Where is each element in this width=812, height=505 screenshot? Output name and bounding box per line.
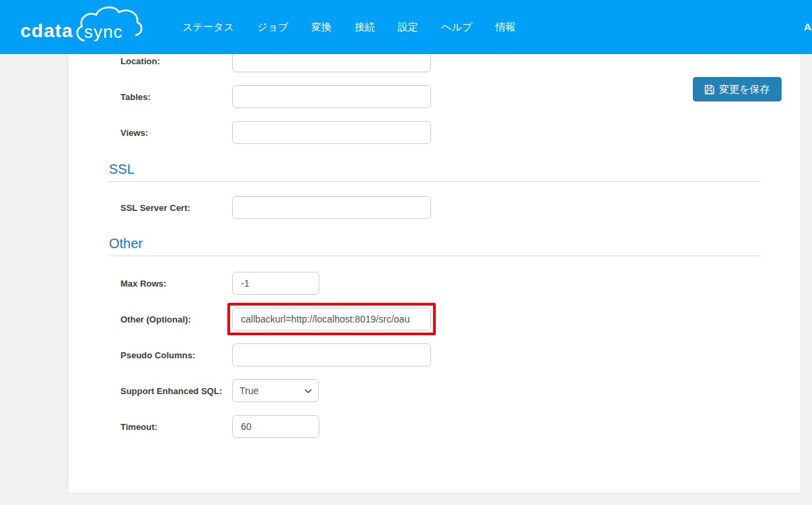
other-section-divider [109, 256, 761, 256]
max-rows-label: Max Rows: [120, 279, 232, 289]
other-optional-label: Other (Optional): [120, 314, 232, 324]
pseudo-columns-input[interactable] [232, 343, 431, 366]
nav-item-settings[interactable]: 設定 [398, 21, 418, 34]
ssl-section-heading: SSL [109, 162, 761, 177]
field-max-rows: Max Rows: [120, 272, 800, 295]
location-label: Location: [120, 56, 232, 66]
red-highlight-annotation [227, 303, 436, 335]
support-enhanced-sql-select[interactable]: True [232, 379, 319, 402]
nav-item-connections[interactable]: 接続 [355, 21, 375, 34]
other-optional-input[interactable] [232, 308, 431, 331]
connection-settings-card: 変更を保存 Location: Tables: Views: SSL SSL S… [68, 47, 801, 494]
tables-input[interactable] [232, 85, 431, 108]
support-enhanced-sql-label: Support Enhanced SQL: [120, 386, 232, 396]
pseudo-columns-label: Pseudo Columns: [120, 350, 232, 360]
floppy-disk-icon [704, 85, 715, 95]
ssl-server-cert-label: SSL Server Cert: [120, 203, 232, 213]
save-changes-button[interactable]: 変更を保存 [693, 77, 782, 101]
views-label: Views: [120, 128, 232, 138]
field-views: Views: [120, 121, 800, 144]
tables-label: Tables: [120, 92, 232, 102]
nav-item-jobs[interactable]: ジョブ [257, 21, 288, 34]
field-other-optional: Other (Optional): [120, 308, 800, 331]
save-changes-label: 変更を保存 [719, 83, 770, 96]
timeout-label: Timeout: [120, 422, 232, 432]
account-menu[interactable]: Al [804, 21, 812, 32]
nav-item-info[interactable]: 情報 [495, 21, 516, 34]
ssl-server-cert-input[interactable] [232, 196, 431, 219]
field-timeout: Timeout: [120, 415, 800, 438]
nav-item-status[interactable]: ステータス [183, 21, 234, 34]
field-ssl-server-cert: SSL Server Cert: [120, 196, 800, 219]
cdata-sync-logo[interactable]: cdata sync [20, 14, 123, 41]
nav-item-help[interactable]: ヘルプ [441, 21, 472, 34]
logo-product-text: sync [84, 22, 122, 42]
nav-item-transformations[interactable]: 変換 [311, 21, 332, 34]
main-navigation: ステータス ジョブ 変換 接続 設定 ヘルプ 情報 [183, 21, 516, 34]
field-pseudo-columns: Pseudo Columns: [120, 343, 800, 366]
views-input[interactable] [232, 121, 431, 144]
logo-brand-text: cdata [20, 22, 73, 41]
field-support-enhanced-sql: Support Enhanced SQL: True [120, 379, 800, 402]
max-rows-input[interactable] [232, 272, 319, 295]
timeout-input[interactable] [232, 415, 319, 438]
other-section-heading: Other [109, 236, 761, 251]
ssl-section-divider [109, 181, 761, 182]
support-enhanced-sql-select-wrap: True [232, 379, 319, 402]
logo-product-wrap: sync [84, 14, 122, 41]
top-nav-bar: cdata sync ステータス ジョブ 変換 接続 設定 ヘルプ 情報 Al [0, 0, 812, 54]
